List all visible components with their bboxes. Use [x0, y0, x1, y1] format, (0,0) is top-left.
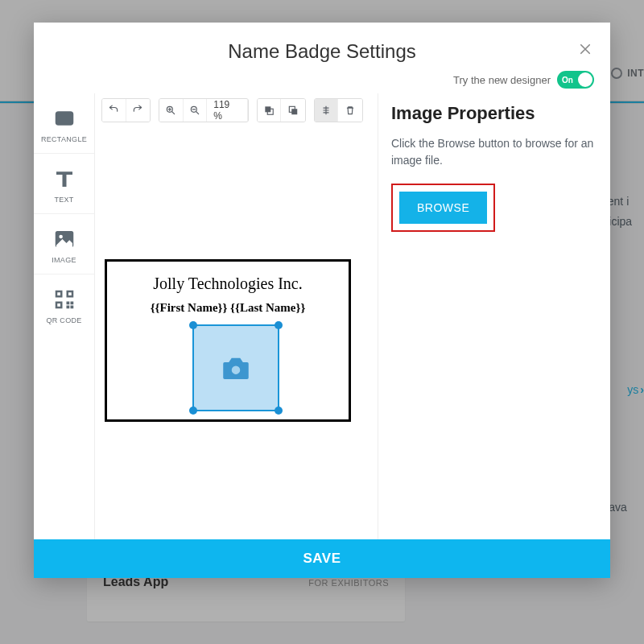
text-icon [52, 167, 76, 191]
badge-name-template[interactable]: {{First Name}} {{Last Name}} [107, 301, 349, 315]
palette-rectangle[interactable]: RECTANGLE [34, 93, 94, 154]
svg-rect-12 [70, 306, 73, 309]
palette-image[interactable]: IMAGE [34, 214, 94, 275]
svg-rect-4 [57, 292, 60, 295]
palette-text[interactable]: TEXT [34, 154, 94, 214]
badge-preview[interactable]: Jolly Technologies Inc. {{First Name}} {… [105, 259, 351, 422]
palette-text-label: TEXT [37, 196, 91, 204]
palette-qrcode[interactable]: QR CODE [34, 275, 94, 334]
trash-icon [345, 105, 356, 116]
properties-title: Image Properties [391, 103, 594, 124]
resize-handle-tl[interactable] [189, 321, 197, 329]
badge-company-text[interactable]: Jolly Technologies Inc. [107, 275, 349, 293]
image-icon [52, 227, 76, 251]
bring-front-icon [263, 105, 275, 116]
camera-icon [194, 326, 278, 410]
undo-icon [108, 105, 119, 116]
properties-description: Click the Browse button to browse for an… [391, 135, 594, 169]
svg-rect-10 [70, 302, 73, 305]
selected-image-element[interactable] [192, 324, 279, 411]
zoom-out-icon [189, 105, 200, 116]
try-designer-row: Try the new designer On [34, 68, 610, 93]
bring-front-button[interactable] [258, 99, 282, 122]
svg-point-2 [59, 235, 63, 239]
qrcode-icon [52, 287, 76, 312]
svg-rect-9 [66, 302, 69, 305]
svg-rect-8 [57, 303, 60, 307]
browse-highlight: BROWSE [391, 184, 495, 232]
save-button[interactable]: SAVE [34, 539, 610, 578]
modal-body: RECTANGLE TEXT IMAGE [34, 93, 610, 539]
history-group [101, 98, 151, 122]
align-button[interactable] [315, 99, 339, 122]
redo-button[interactable] [126, 99, 151, 122]
close-button[interactable] [578, 42, 592, 56]
close-icon [578, 42, 592, 56]
modal-header: Name Badge Settings [34, 23, 610, 68]
resize-handle-tr[interactable] [275, 321, 283, 329]
resize-handle-bl[interactable] [189, 407, 197, 415]
tool-palette: RECTANGLE TEXT IMAGE [34, 93, 95, 539]
palette-qrcode-label: QR CODE [37, 316, 91, 324]
rectangle-icon [52, 106, 76, 130]
svg-rect-11 [66, 306, 69, 309]
edit-group [314, 98, 363, 122]
svg-rect-6 [68, 292, 72, 295]
browse-button[interactable]: BROWSE [399, 192, 487, 224]
redo-icon [132, 105, 143, 116]
designer-toggle[interactable]: On [557, 71, 594, 89]
send-back-button[interactable] [281, 99, 305, 122]
modal-title: Name Badge Settings [50, 40, 594, 63]
badge-canvas[interactable]: Jolly Technologies Inc. {{First Name}} {… [95, 127, 378, 539]
palette-image-label: IMAGE [37, 256, 91, 264]
zoom-level[interactable]: 119 % [207, 99, 247, 122]
name-badge-settings-modal: Name Badge Settings Try the new designer… [34, 23, 610, 578]
zoom-in-button[interactable] [159, 99, 184, 122]
send-back-icon [287, 105, 299, 116]
undo-button[interactable] [102, 99, 126, 122]
canvas-toolbar: 119 % [95, 93, 378, 127]
canvas-panel: 119 % [95, 93, 378, 539]
toggle-knob [578, 72, 592, 87]
palette-rectangle-label: RECTANGLE [37, 135, 91, 143]
align-icon [320, 105, 332, 116]
try-designer-label: Try the new designer [453, 74, 551, 86]
delete-button[interactable] [338, 99, 362, 122]
zoom-in-icon [165, 105, 176, 116]
toggle-on-label: On [562, 76, 573, 85]
resize-handle-br[interactable] [275, 407, 283, 415]
svg-rect-0 [55, 111, 73, 126]
arrange-group [257, 98, 306, 122]
zoom-group: 119 % [159, 98, 249, 122]
properties-panel: Image Properties Click the Browse button… [378, 93, 610, 539]
zoom-out-button[interactable] [184, 99, 208, 122]
